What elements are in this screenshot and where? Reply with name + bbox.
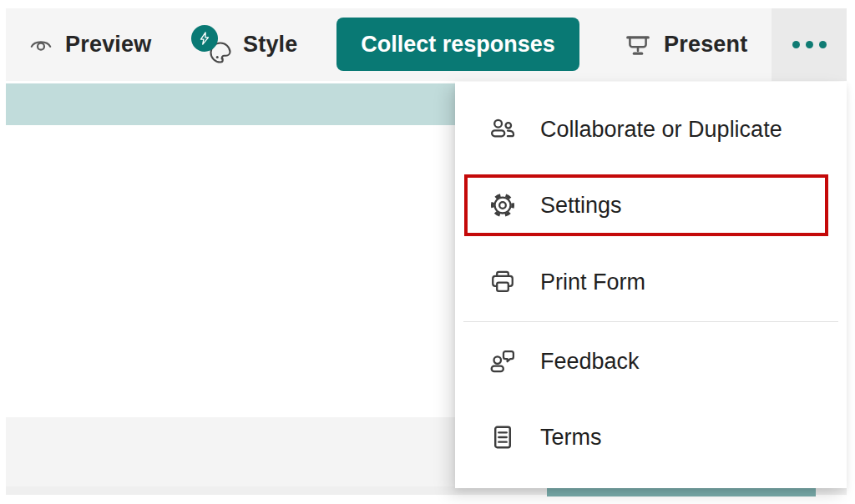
- more-options-button[interactable]: [772, 8, 847, 81]
- more-options-menu: Collaborate or Duplicate Settings Print …: [455, 82, 847, 488]
- gear-icon: [488, 191, 517, 219]
- menu-divider: [463, 321, 838, 322]
- menu-item-label: Settings: [540, 193, 622, 219]
- lightning-bolt-icon: [191, 25, 218, 52]
- menu-item-label: Print Form: [540, 270, 645, 295]
- projector-screen-icon: [624, 32, 652, 58]
- printer-icon: [488, 268, 517, 296]
- more-ellipsis-icon: [792, 41, 800, 48]
- menu-item-label: Feedback: [540, 349, 640, 375]
- style-palette-bolt-icon: [191, 25, 233, 65]
- menu-item-collaborate-or-duplicate[interactable]: Collaborate or Duplicate: [455, 99, 847, 159]
- top-toolbar: Preview Style Collect responses: [6, 8, 847, 81]
- people-icon: [488, 115, 517, 144]
- style-button[interactable]: Style: [191, 8, 298, 81]
- eye-icon: [28, 33, 54, 57]
- menu-item-label: Terms: [540, 425, 602, 451]
- present-button[interactable]: Present: [624, 8, 747, 81]
- menu-item-feedback[interactable]: Feedback: [455, 331, 847, 391]
- document-icon: [488, 423, 517, 451]
- menu-item-settings[interactable]: Settings: [455, 175, 847, 235]
- present-label: Present: [664, 32, 747, 58]
- style-label: Style: [243, 32, 298, 58]
- preview-button[interactable]: Preview: [28, 8, 151, 81]
- collect-responses-label: Collect responses: [361, 32, 555, 58]
- preview-label: Preview: [65, 32, 151, 58]
- menu-item-label: Collaborate or Duplicate: [540, 117, 782, 143]
- menu-item-print-form[interactable]: Print Form: [455, 252, 847, 312]
- person-feedback-icon: [488, 347, 517, 375]
- collect-responses-button[interactable]: Collect responses: [336, 18, 579, 71]
- menu-item-terms[interactable]: Terms: [455, 407, 847, 467]
